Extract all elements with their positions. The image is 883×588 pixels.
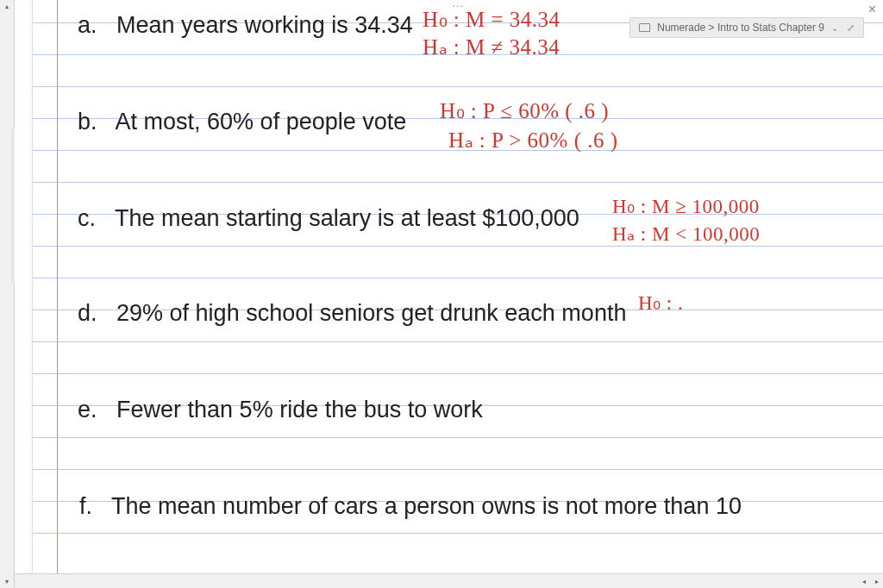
item-a-h0: H₀ : M = 34.34: [423, 7, 560, 32]
item-c-text: The mean starting salary is at least $10…: [115, 205, 579, 231]
scroll-up-icon[interactable]: ▴: [1, 0, 14, 13]
item-e-text: Fewer than 5% ride the bus to work: [116, 397, 483, 422]
item-d-label: d.: [78, 300, 97, 326]
item-e: e. Fewer than 5% ride the bus to work: [78, 397, 483, 423]
item-b-ha: Hₐ : P > 60% ( .6 ): [448, 128, 618, 153]
scroll-left-icon[interactable]: ◂: [857, 575, 870, 588]
scroll-right-icon[interactable]: ▸: [870, 575, 883, 588]
item-b-text: At most, 60% of people vote: [116, 109, 407, 134]
item-a-label: a.: [78, 12, 97, 38]
item-a-text: Mean years working is 34.34: [116, 12, 413, 38]
item-b-h0: H₀ : P ≤ 60% ( .6 ): [440, 98, 609, 123]
item-e-label: e.: [78, 397, 97, 422]
notebook-page: ... × Numerade > Intro to Stats Chapter …: [33, 0, 883, 573]
item-f: f. The mean number of cars a person owns…: [79, 493, 742, 520]
scroll-down-icon[interactable]: ▾: [1, 575, 14, 588]
margin-line: [57, 0, 58, 573]
horizontal-scrollbar[interactable]: ◂ ▸: [15, 573, 883, 588]
item-c-h0: H₀ : M ≥ 100,000: [612, 195, 760, 218]
item-a-ha: Hₐ : M ≠ 34.34: [423, 34, 560, 59]
item-c-label: c.: [78, 205, 96, 231]
item-d: d. 29% of high school seniors get drunk …: [78, 300, 626, 327]
vertical-scrollbar[interactable]: ▴ ▾: [0, 0, 15, 588]
item-d-h0: H₀ : .: [638, 291, 683, 315]
content-area: a. Mean years working is 34.34 H₀ : M = …: [78, 0, 883, 573]
item-d-text: 29% of high school seniors get drunk eac…: [116, 300, 626, 326]
item-b: b. At most, 60% of people vote: [78, 109, 406, 135]
page-left-edge: [15, 0, 33, 573]
item-a: a. Mean years working is 34.34: [78, 12, 413, 39]
item-f-text: The mean number of cars a person owns is…: [111, 493, 742, 519]
item-c: c. The mean starting salary is at least …: [78, 205, 579, 232]
item-b-label: b.: [78, 109, 97, 134]
item-c-ha: Hₐ : M < 100,000: [612, 222, 760, 246]
item-f-label: f.: [79, 493, 92, 519]
